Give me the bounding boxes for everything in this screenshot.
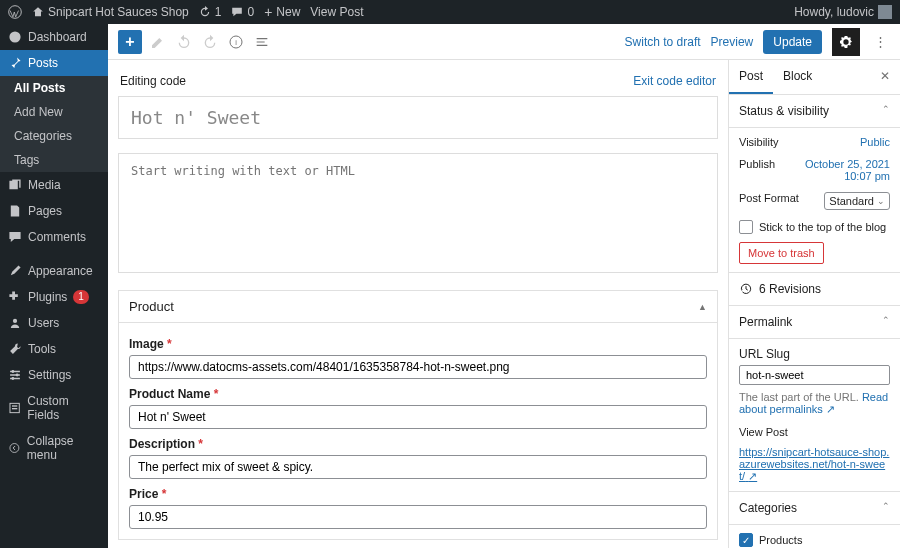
visibility-value[interactable]: Public [860,136,890,148]
panel-status-header[interactable]: Status & visibility ⌃ [729,95,900,128]
svg-point-8 [10,444,19,453]
metabox-product-header[interactable]: Product ▲ [119,290,717,323]
sidebar-settings[interactable]: Settings [0,362,108,388]
tab-block[interactable]: Block [773,60,822,94]
chevron-up-icon: ⌃ [882,315,890,329]
exit-code-editor[interactable]: Exit code editor [633,74,716,88]
refresh-item[interactable]: 1 [199,5,222,19]
sidebar-tools[interactable]: Tools [0,336,108,362]
desc-label: Description [129,437,195,451]
users-icon [8,316,22,330]
comments-item[interactable]: 0 [231,5,254,19]
sidebar-posts[interactable]: Posts [0,50,108,76]
plugins-badge: 1 [73,290,89,304]
post-format-select[interactable]: Standard⌄ [824,192,890,210]
site-name: Snipcart Hot Sauces Shop [48,5,189,19]
stick-checkbox[interactable] [739,220,753,234]
sliders-icon [8,368,22,382]
slug-input[interactable] [739,365,890,385]
panel-permalink-header[interactable]: Permalink ⌃ [729,306,900,339]
sidebar-collapse[interactable]: Collapse menu [0,428,108,468]
sidebar-users[interactable]: Users [0,310,108,336]
avatar [878,5,892,19]
collapse-icon [8,441,21,455]
slug-label: URL Slug [739,347,890,361]
sidebar-tags[interactable]: Tags [0,148,108,172]
outline-icon[interactable] [252,32,272,52]
edit-mode-icon [148,32,168,52]
svg-point-4 [12,377,15,380]
dashboard-icon [8,30,22,44]
sidebar-media[interactable]: Media [0,172,108,198]
full-url-link[interactable]: https://snipcart-hotsauce-shop.azurewebs… [739,446,890,483]
sidebar-dashboard[interactable]: Dashboard [0,24,108,50]
preview-button[interactable]: Preview [711,35,754,49]
svg-rect-7 [12,408,17,409]
post-body-textarea[interactable] [118,153,718,273]
price-label: Price [129,487,158,501]
settings-gear-button[interactable] [832,28,860,56]
media-icon [8,178,22,192]
svg-rect-6 [12,405,17,406]
post-title-input[interactable] [118,96,718,139]
update-button[interactable]: Update [763,30,822,54]
sidebar-categories[interactable]: Categories [0,124,108,148]
svg-point-1 [13,319,17,323]
sidebar-add-new[interactable]: Add New [0,100,108,124]
custom-fields-icon [8,401,21,415]
refresh-count: 1 [215,5,222,19]
cat-products-label: Products [759,534,802,546]
tools-icon [8,342,22,356]
move-to-trash-button[interactable]: Move to trash [739,242,824,264]
publish-value[interactable]: October 25, 2021 10:07 pm [775,158,890,182]
panel-categories-header[interactable]: Categories ⌃ [729,492,900,525]
svg-text:i: i [235,37,237,46]
price-input[interactable] [129,505,707,529]
revisions-row[interactable]: 6 Revisions [729,273,900,306]
editing-code-label: Editing code [120,74,186,88]
svg-point-3 [16,374,19,377]
sidebar-plugins[interactable]: Plugins1 [0,284,108,310]
wp-logo[interactable] [8,5,22,19]
cat-products-checkbox[interactable]: ✓ [739,533,753,547]
visibility-label: Visibility [739,136,779,148]
user-greeting[interactable]: Howdy, ludovic [794,5,892,19]
image-label: Image [129,337,164,351]
publish-label: Publish [739,158,775,182]
info-icon[interactable]: i [226,32,246,52]
settings-sidebar: Post Block ✕ Status & visibility ⌃ Visib… [728,60,900,548]
plugin-icon [8,290,22,304]
name-label: Product Name [129,387,210,401]
view-post-bar[interactable]: View Post [310,5,363,19]
sidebar-pages[interactable]: Pages [0,198,108,224]
add-block-button[interactable]: + [118,30,142,54]
new-label: New [276,5,300,19]
brush-icon [8,264,22,278]
sidebar-custom-fields[interactable]: Custom Fields [0,388,108,428]
history-icon [739,282,753,296]
view-post-label: View Post [739,426,890,438]
chevron-up-icon: ⌃ [882,501,890,515]
close-settings-button[interactable]: ✕ [870,60,900,94]
redo-icon[interactable] [200,32,220,52]
more-menu-icon[interactable]: ⋮ [870,32,890,52]
undo-icon[interactable] [174,32,194,52]
pages-icon [8,204,22,218]
image-input[interactable] [129,355,707,379]
description-input[interactable] [129,455,707,479]
sidebar-comments[interactable]: Comments [0,224,108,250]
comments-count: 0 [247,5,254,19]
admin-sidebar: Dashboard Posts All Posts Add New Catego… [0,24,108,548]
site-home[interactable]: Snipcart Hot Sauces Shop [32,5,189,19]
external-icon: ↗ [748,470,757,482]
external-icon: ↗ [826,403,835,415]
new-item[interactable]: +New [264,4,300,20]
tab-post[interactable]: Post [729,60,773,94]
stick-label: Stick to the top of the blog [759,221,886,233]
sidebar-all-posts[interactable]: All Posts [0,76,108,100]
chevron-up-icon: ▲ [698,302,707,312]
sidebar-appearance[interactable]: Appearance [0,258,108,284]
product-name-input[interactable] [129,405,707,429]
svg-point-2 [12,370,15,373]
switch-to-draft-button[interactable]: Switch to draft [625,35,701,49]
